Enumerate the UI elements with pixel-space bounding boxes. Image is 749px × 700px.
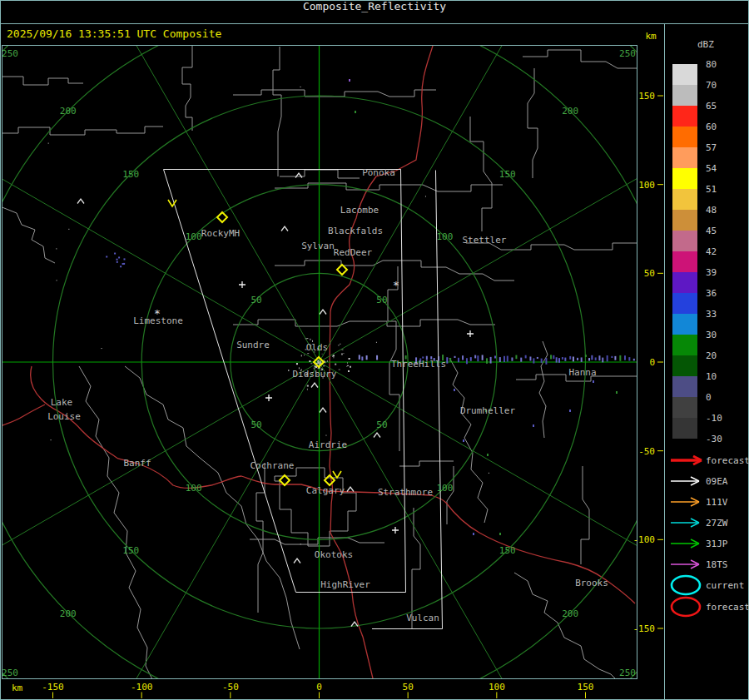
caret-marker-icon [347,487,354,492]
interference-speckle [477,355,479,361]
colorbar-tick-label: 57 [706,142,717,153]
bottom-axis-tick-label: 150 [578,682,594,693]
clutter-speckle [306,338,308,339]
colorbar-tick-label: 70 [706,80,717,91]
bottom-axis-tick-label: 50 [403,682,414,693]
clutter-speckle [339,370,340,370]
city-label: Okotoks [315,549,353,560]
city-label: Airdrie [309,439,347,450]
ring-distance-label: 200 [60,106,77,117]
clutter-speckle [348,370,350,372]
clutter-speckle [307,389,308,390]
interference-speckle [550,355,552,359]
interference-speckle [503,356,505,362]
city-label: Calgary [306,485,345,496]
interference-speckle [573,356,574,361]
plus-marker-icon [467,330,474,337]
colorbar-tick-label: 39 [706,267,717,278]
county-border [233,320,495,326]
colorbar-tick-label: 80 [706,59,717,70]
track-ellipse-label: current [706,580,744,591]
city-label: Didsbury [293,369,337,380]
county-border [514,573,619,683]
colorbar-tick-label: 54 [706,163,717,174]
interference-speckle [619,355,621,361]
clutter-speckle [327,360,328,362]
interference-speckle [558,358,560,363]
county-border [233,90,436,97]
city-label: Louise [47,411,81,422]
right-axis-unit-label: km [645,31,657,42]
city-label: Brooks [575,578,608,588]
interference-speckle [515,355,517,360]
right-axis-tick-label: -150 [633,623,656,634]
ring-distance-label: 100 [436,231,453,242]
clutter-speckle [316,363,317,364]
interference-speckle [454,356,456,358]
ring-distance-label: 250 [619,48,636,59]
interference-speckle [591,355,593,360]
interference-speckle [366,355,368,360]
colorbar-swatch [672,418,697,439]
ring-distance-label: 250 [2,668,18,678]
colorbar-tick-label: -30 [706,434,722,444]
ring-distance-label: 100 [186,483,202,494]
city-label: RedDeer [334,247,373,258]
county-border [0,127,163,135]
caret-marker-icon [320,408,326,413]
county-border [250,538,384,544]
interference-speckle [466,358,468,364]
interference-speckle [529,356,531,360]
clutter-speckle [323,365,325,366]
echo-speckle [593,380,594,383]
city-label: Lacombe [340,205,379,216]
interference-speckle [607,355,608,361]
noise-dot [102,348,102,349]
echo-speckle [499,533,501,535]
track-ellipse-icon [672,576,700,594]
colorbar-tick-label: 51 [706,184,717,195]
colorbar-tick-label: -10 [706,413,722,424]
clutter-speckle [307,385,309,387]
interference-speckle [588,358,590,360]
interference-speckle [564,358,566,361]
clutter-speckle [347,365,349,366]
axis-labels: -150-100-50050100150150100500-50-100-150 [42,91,663,698]
clutter-speckle [330,343,330,344]
right-axis-tick-label: 150 [638,91,655,102]
echo-speckle [569,410,571,412]
colorbar-tick-label: 33 [706,309,717,320]
interference-speckle [611,356,613,358]
radar-display[interactable]: 5050505010010010010015015015015020020020… [0,0,749,700]
noise-dot [300,544,301,544]
interference-speckle [577,358,578,360]
clutter-speckle [319,362,320,363]
radar-site-diamond-icon [280,475,290,485]
clutter-speckle [318,360,320,360]
colorbar-swatch [672,85,697,106]
interference-speckle [482,355,484,360]
window-title: Composite_Reflectivity [0,0,749,23]
highway [0,405,45,426]
echo-speckle [616,391,618,394]
clutter-speckle [341,353,343,355]
scan-sector-outline [401,170,406,593]
check-marker-icon [333,471,341,478]
county-border [539,341,548,438]
city-label: Vulcan [406,613,439,623]
colorbar-swatch [672,127,697,147]
county-border [256,463,265,613]
echo-speckle [454,389,455,391]
county-border [470,117,492,231]
right-axis-tick-label: -100 [633,534,656,545]
echo-speckle [355,111,356,113]
colorbar-swatch [672,231,697,251]
clutter-speckle [335,364,336,365]
plus-marker-icon [239,281,246,288]
colorbar-tick-label: 42 [706,246,717,257]
colorbar-swatch [672,314,697,335]
bottom-axis-tick-label: -50 [222,682,239,693]
ring-distance-label: 150 [499,545,516,556]
echo-speckle [487,454,489,456]
colorbar-swatch [672,355,697,376]
